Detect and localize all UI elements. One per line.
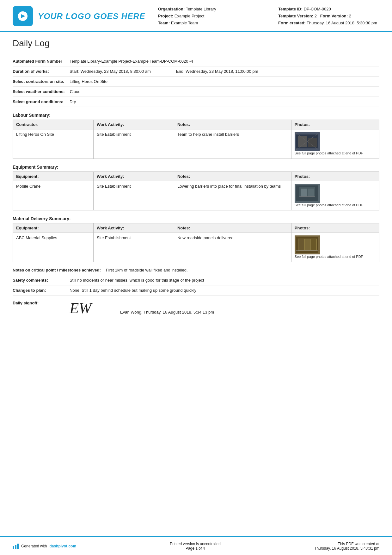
changes-plan-label: Changes to plan: — [13, 288, 70, 293]
material-col-activity: Work Activity: — [93, 223, 174, 233]
material-row-photos: See full page photos attached at end of … — [291, 233, 379, 262]
material-row-activity: Site Establishment — [93, 233, 174, 262]
labour-summary-table: Contractor: Work Activity: Notes: Photos… — [13, 120, 379, 159]
svg-rect-10 — [308, 189, 314, 196]
bar3 — [17, 544, 19, 549]
logo-svg — [16, 10, 29, 22]
equipment-row-name: Mobile Crane — [13, 181, 94, 210]
equipment-row-photos: See full page photos attached at end of … — [291, 181, 379, 210]
signoff-content: EW Evan Wong, Thursday, 16 August 2018, … — [70, 301, 214, 316]
svg-rect-15 — [298, 239, 304, 250]
labour-col-photos: Photos: — [291, 120, 379, 129]
footer-right: This PDF was created at Thursday, 16 Aug… — [314, 542, 379, 551]
footer: Generated with dashpivot.com Printed ver… — [0, 536, 392, 555]
org-label: Organisation: — [158, 7, 185, 11]
contractors-value: Lifting Heros On Site — [70, 79, 379, 84]
equipment-photo-caption: See full page photos attached at end of … — [295, 203, 363, 208]
signoff-row: Daily signoff: EW Evan Wong, Thursday, 1… — [13, 296, 379, 321]
template-id-value: DP-COM-0020 — [304, 7, 331, 11]
labour-col-notes: Notes: — [174, 120, 291, 129]
footer-left: Generated with dashpivot.com — [13, 544, 76, 549]
material-table-header-row: Equipment: Work Activity: Notes: Photos: — [13, 223, 379, 233]
form-version-label: Form Version: — [320, 14, 348, 18]
material-col-equipment: Equipment: — [13, 223, 94, 233]
template-version-line: Template Version: 2 Form Version: 2 — [278, 13, 379, 20]
generated-label: Generated with — [21, 544, 47, 548]
bar2 — [15, 545, 16, 549]
labour-row-photos: See full page photos attached at end of … — [291, 129, 379, 159]
material-col-notes: Notes: — [174, 223, 291, 233]
equipment-col-activity: Work Activity: — [93, 171, 174, 181]
material-photo-cell: See full page photos attached at end of … — [295, 235, 376, 259]
equipment-summary-heading: Equipment Summary: — [13, 165, 379, 170]
notes-critical-label: Notes on critical point / milestones ach… — [13, 268, 106, 272]
labour-row-contractor: Lifting Heros On Site — [13, 129, 94, 159]
changes-plan-value: None. Still 1 day behind schedule but ma… — [70, 288, 379, 293]
logo-area: YOUR LoGo GOES HERE — [13, 6, 145, 26]
labour-summary-heading: Labour Summary: — [13, 113, 379, 118]
page: YOUR LoGo GOES HERE Organisation: Templa… — [0, 0, 392, 555]
duration-value: Start: Wednesday, 23 May 2018, 8:30:00 a… — [70, 69, 379, 74]
team-line: Team: Example Team — [158, 20, 278, 27]
duration-start: Start: Wednesday, 23 May 2018, 8:30:00 a… — [70, 69, 151, 74]
template-version-value: 2 — [315, 14, 317, 18]
org-line: Organisation: Template Library — [158, 6, 278, 13]
labour-table-header-row: Contractor: Work Activity: Notes: Photos… — [13, 120, 379, 129]
labour-photo-cell: See full page photos attached at end of … — [295, 132, 376, 156]
safety-comments-label: Safety comments: — [13, 278, 70, 283]
svg-rect-9 — [301, 189, 307, 196]
automated-form-number-value: Template Library-Example Project-Example… — [70, 59, 379, 64]
footer-pdf-line1: This PDF was created at — [314, 542, 379, 546]
project-label: Project: — [158, 14, 173, 18]
safety-comments-value: Still no incidents or near misses, which… — [70, 278, 379, 283]
footer-center: Printed version is uncontrolled Page 1 o… — [170, 542, 221, 551]
material-row-name: ABC Material Supplies — [13, 233, 94, 262]
weather-value: Cloud — [70, 89, 379, 94]
labour-photo-caption: See full page photos attached at end of … — [295, 151, 363, 156]
material-summary-table: Equipment: Work Activity: Notes: Photos:… — [13, 223, 379, 262]
table-row: ABC Material Supplies Site Establishment… — [13, 233, 379, 262]
team-value: Example Team — [171, 21, 198, 25]
form-title: Daily Log — [13, 38, 379, 51]
automated-form-number-label: Automated Form Number — [13, 59, 70, 64]
template-id-label: Template ID: — [278, 7, 303, 11]
svg-rect-3 — [308, 138, 317, 147]
notes-section: Notes on critical point / milestones ach… — [13, 265, 379, 296]
ground-label: Select ground conditions: — [13, 99, 70, 104]
logo-icon — [13, 6, 33, 26]
signoff-label: Daily signoff: — [13, 301, 70, 305]
footer-page-info-line2: Page 1 of 4 — [170, 546, 221, 551]
labour-row-notes: Team to help crane install barriers — [174, 129, 291, 159]
equipment-col-photos: Photos: — [291, 171, 379, 181]
material-photo-thumb — [295, 235, 320, 254]
material-row-notes: New roadside panels delivered — [174, 233, 291, 262]
duration-label: Duration of works: — [13, 69, 70, 74]
header: YOUR LoGo GOES HERE Organisation: Templa… — [0, 0, 392, 32]
svg-rect-16 — [305, 239, 310, 250]
svg-rect-17 — [311, 239, 316, 250]
labour-row-activity: Site Establishment — [93, 129, 174, 159]
form-created-label: Form created: — [278, 21, 306, 25]
equipment-row-activity: Site Establishment — [93, 181, 174, 210]
equipment-row-notes: Lowering barriers into place for final i… — [174, 181, 291, 210]
equipment-col-equipment: Equipment: — [13, 171, 94, 181]
labour-photo-thumb — [295, 132, 320, 151]
contractors-label: Select contractors on site: — [13, 79, 70, 84]
form-version-value: 2 — [349, 14, 351, 18]
automated-form-number-row: Automated Form Number Template Library-E… — [13, 56, 379, 66]
team-label: Team: — [158, 21, 170, 25]
template-version-label: Template Version: — [278, 14, 313, 18]
equipment-summary-table: Equipment: Work Activity: Notes: Photos:… — [13, 171, 379, 210]
form-created-value: Thursday, 16 August 2018, 5:30:30 pm — [307, 21, 377, 25]
weather-label: Select weather conditions: — [13, 89, 70, 94]
footer-pdf-line2: Thursday, 16 August 2018, 5:43:31 pm — [314, 546, 379, 551]
equipment-table-header-row: Equipment: Work Activity: Notes: Photos: — [13, 171, 379, 181]
header-meta: Organisation: Template Library Project: … — [145, 6, 278, 27]
project-line: Project: Example Project — [158, 13, 278, 20]
signoff-text: Evan Wong, Thursday, 16 August 2018, 5:3… — [120, 310, 214, 316]
brand-link[interactable]: dashpivot.com — [49, 544, 76, 548]
equipment-col-notes: Notes: — [174, 171, 291, 181]
equipment-photo-cell: See full page photos attached at end of … — [295, 184, 376, 208]
form-created-line: Form created: Thursday, 16 August 2018, … — [278, 20, 379, 27]
material-summary-heading: Material Delivery Summary: — [13, 216, 379, 221]
